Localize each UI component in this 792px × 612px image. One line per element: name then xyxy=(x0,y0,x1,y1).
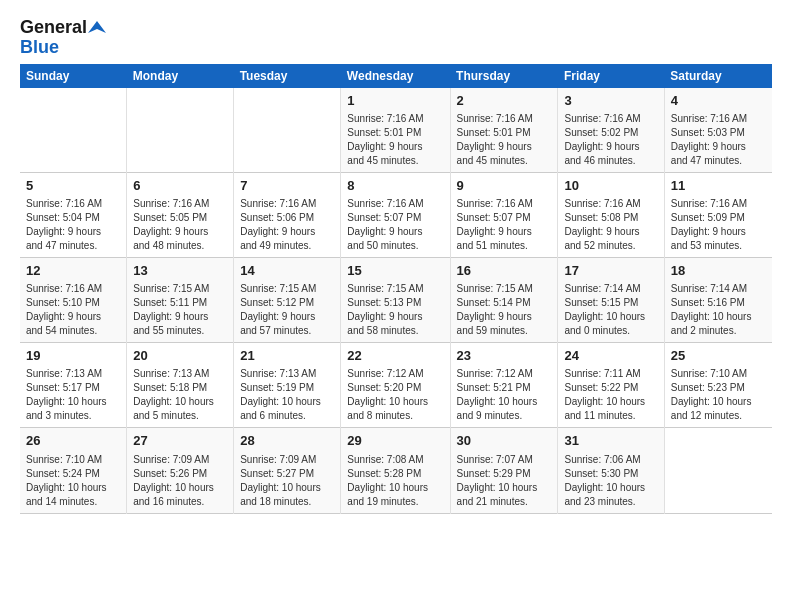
calendar-cell: 13Sunrise: 7:15 AM Sunset: 5:11 PM Dayli… xyxy=(127,257,234,342)
day-number: 23 xyxy=(457,347,552,365)
calendar-body: 1Sunrise: 7:16 AM Sunset: 5:01 PM Daylig… xyxy=(20,88,772,513)
day-number: 8 xyxy=(347,177,443,195)
calendar-cell: 21Sunrise: 7:13 AM Sunset: 5:19 PM Dayli… xyxy=(234,343,341,428)
calendar-cell: 22Sunrise: 7:12 AM Sunset: 5:20 PM Dayli… xyxy=(341,343,450,428)
calendar-cell: 5Sunrise: 7:16 AM Sunset: 5:04 PM Daylig… xyxy=(20,172,127,257)
calendar-cell: 9Sunrise: 7:16 AM Sunset: 5:07 PM Daylig… xyxy=(450,172,558,257)
calendar-cell: 20Sunrise: 7:13 AM Sunset: 5:18 PM Dayli… xyxy=(127,343,234,428)
col-header-sunday: Sunday xyxy=(20,64,127,88)
day-info: Sunrise: 7:16 AM Sunset: 5:07 PM Dayligh… xyxy=(347,197,443,253)
day-info: Sunrise: 7:11 AM Sunset: 5:22 PM Dayligh… xyxy=(564,367,657,423)
day-info: Sunrise: 7:13 AM Sunset: 5:18 PM Dayligh… xyxy=(133,367,227,423)
day-info: Sunrise: 7:16 AM Sunset: 5:01 PM Dayligh… xyxy=(457,112,552,168)
day-number: 25 xyxy=(671,347,766,365)
day-info: Sunrise: 7:15 AM Sunset: 5:11 PM Dayligh… xyxy=(133,282,227,338)
day-number: 28 xyxy=(240,432,334,450)
calendar-cell xyxy=(234,88,341,173)
calendar-cell: 28Sunrise: 7:09 AM Sunset: 5:27 PM Dayli… xyxy=(234,428,341,513)
day-number: 7 xyxy=(240,177,334,195)
day-info: Sunrise: 7:10 AM Sunset: 5:24 PM Dayligh… xyxy=(26,453,120,509)
day-number: 27 xyxy=(133,432,227,450)
day-info: Sunrise: 7:13 AM Sunset: 5:17 PM Dayligh… xyxy=(26,367,120,423)
day-number: 4 xyxy=(671,92,766,110)
calendar-cell: 18Sunrise: 7:14 AM Sunset: 5:16 PM Dayli… xyxy=(664,257,772,342)
day-info: Sunrise: 7:15 AM Sunset: 5:14 PM Dayligh… xyxy=(457,282,552,338)
calendar-cell: 10Sunrise: 7:16 AM Sunset: 5:08 PM Dayli… xyxy=(558,172,664,257)
calendar-cell: 1Sunrise: 7:16 AM Sunset: 5:01 PM Daylig… xyxy=(341,88,450,173)
day-info: Sunrise: 7:09 AM Sunset: 5:27 PM Dayligh… xyxy=(240,453,334,509)
day-number: 2 xyxy=(457,92,552,110)
day-number: 15 xyxy=(347,262,443,280)
col-header-monday: Monday xyxy=(127,64,234,88)
week-row-4: 19Sunrise: 7:13 AM Sunset: 5:17 PM Dayli… xyxy=(20,343,772,428)
day-info: Sunrise: 7:16 AM Sunset: 5:05 PM Dayligh… xyxy=(133,197,227,253)
week-row-2: 5Sunrise: 7:16 AM Sunset: 5:04 PM Daylig… xyxy=(20,172,772,257)
day-info: Sunrise: 7:16 AM Sunset: 5:01 PM Dayligh… xyxy=(347,112,443,168)
day-info: Sunrise: 7:15 AM Sunset: 5:12 PM Dayligh… xyxy=(240,282,334,338)
day-info: Sunrise: 7:16 AM Sunset: 5:10 PM Dayligh… xyxy=(26,282,120,338)
day-info: Sunrise: 7:10 AM Sunset: 5:23 PM Dayligh… xyxy=(671,367,766,423)
day-number: 12 xyxy=(26,262,120,280)
calendar-cell: 27Sunrise: 7:09 AM Sunset: 5:26 PM Dayli… xyxy=(127,428,234,513)
week-row-5: 26Sunrise: 7:10 AM Sunset: 5:24 PM Dayli… xyxy=(20,428,772,513)
column-headers-row: SundayMondayTuesdayWednesdayThursdayFrid… xyxy=(20,64,772,88)
calendar-cell: 12Sunrise: 7:16 AM Sunset: 5:10 PM Dayli… xyxy=(20,257,127,342)
calendar-cell: 29Sunrise: 7:08 AM Sunset: 5:28 PM Dayli… xyxy=(341,428,450,513)
day-number: 29 xyxy=(347,432,443,450)
calendar-cell: 24Sunrise: 7:11 AM Sunset: 5:22 PM Dayli… xyxy=(558,343,664,428)
day-info: Sunrise: 7:14 AM Sunset: 5:15 PM Dayligh… xyxy=(564,282,657,338)
calendar-cell xyxy=(20,88,127,173)
logo-blue-text: Blue xyxy=(20,38,59,58)
day-info: Sunrise: 7:09 AM Sunset: 5:26 PM Dayligh… xyxy=(133,453,227,509)
page: General Blue SundayMondayTuesdayWednesda… xyxy=(0,0,792,532)
day-number: 13 xyxy=(133,262,227,280)
col-header-friday: Friday xyxy=(558,64,664,88)
day-info: Sunrise: 7:15 AM Sunset: 5:13 PM Dayligh… xyxy=(347,282,443,338)
calendar-cell: 25Sunrise: 7:10 AM Sunset: 5:23 PM Dayli… xyxy=(664,343,772,428)
day-number: 18 xyxy=(671,262,766,280)
day-info: Sunrise: 7:14 AM Sunset: 5:16 PM Dayligh… xyxy=(671,282,766,338)
calendar-cell: 6Sunrise: 7:16 AM Sunset: 5:05 PM Daylig… xyxy=(127,172,234,257)
day-info: Sunrise: 7:16 AM Sunset: 5:06 PM Dayligh… xyxy=(240,197,334,253)
day-number: 9 xyxy=(457,177,552,195)
calendar-cell: 16Sunrise: 7:15 AM Sunset: 5:14 PM Dayli… xyxy=(450,257,558,342)
day-info: Sunrise: 7:12 AM Sunset: 5:21 PM Dayligh… xyxy=(457,367,552,423)
day-number: 20 xyxy=(133,347,227,365)
calendar-cell: 26Sunrise: 7:10 AM Sunset: 5:24 PM Dayli… xyxy=(20,428,127,513)
calendar-cell: 23Sunrise: 7:12 AM Sunset: 5:21 PM Dayli… xyxy=(450,343,558,428)
day-number: 30 xyxy=(457,432,552,450)
logo-bird-icon xyxy=(88,19,106,37)
day-number: 31 xyxy=(564,432,657,450)
calendar-cell: 14Sunrise: 7:15 AM Sunset: 5:12 PM Dayli… xyxy=(234,257,341,342)
calendar-cell: 31Sunrise: 7:06 AM Sunset: 5:30 PM Dayli… xyxy=(558,428,664,513)
day-number: 10 xyxy=(564,177,657,195)
day-number: 3 xyxy=(564,92,657,110)
day-info: Sunrise: 7:16 AM Sunset: 5:04 PM Dayligh… xyxy=(26,197,120,253)
week-row-3: 12Sunrise: 7:16 AM Sunset: 5:10 PM Dayli… xyxy=(20,257,772,342)
day-info: Sunrise: 7:16 AM Sunset: 5:09 PM Dayligh… xyxy=(671,197,766,253)
calendar-cell: 8Sunrise: 7:16 AM Sunset: 5:07 PM Daylig… xyxy=(341,172,450,257)
day-info: Sunrise: 7:06 AM Sunset: 5:30 PM Dayligh… xyxy=(564,453,657,509)
calendar-cell: 30Sunrise: 7:07 AM Sunset: 5:29 PM Dayli… xyxy=(450,428,558,513)
day-number: 17 xyxy=(564,262,657,280)
col-header-tuesday: Tuesday xyxy=(234,64,341,88)
day-info: Sunrise: 7:08 AM Sunset: 5:28 PM Dayligh… xyxy=(347,453,443,509)
week-row-1: 1Sunrise: 7:16 AM Sunset: 5:01 PM Daylig… xyxy=(20,88,772,173)
day-number: 19 xyxy=(26,347,120,365)
col-header-thursday: Thursday xyxy=(450,64,558,88)
day-number: 6 xyxy=(133,177,227,195)
calendar-cell: 3Sunrise: 7:16 AM Sunset: 5:02 PM Daylig… xyxy=(558,88,664,173)
calendar-cell: 7Sunrise: 7:16 AM Sunset: 5:06 PM Daylig… xyxy=(234,172,341,257)
calendar-cell: 17Sunrise: 7:14 AM Sunset: 5:15 PM Dayli… xyxy=(558,257,664,342)
day-number: 21 xyxy=(240,347,334,365)
calendar-cell xyxy=(127,88,234,173)
day-info: Sunrise: 7:07 AM Sunset: 5:29 PM Dayligh… xyxy=(457,453,552,509)
calendar-table: SundayMondayTuesdayWednesdayThursdayFrid… xyxy=(20,64,772,514)
col-header-saturday: Saturday xyxy=(664,64,772,88)
day-number: 11 xyxy=(671,177,766,195)
calendar-cell: 4Sunrise: 7:16 AM Sunset: 5:03 PM Daylig… xyxy=(664,88,772,173)
header: General Blue xyxy=(20,18,772,58)
calendar-cell: 11Sunrise: 7:16 AM Sunset: 5:09 PM Dayli… xyxy=(664,172,772,257)
day-number: 16 xyxy=(457,262,552,280)
col-header-wednesday: Wednesday xyxy=(341,64,450,88)
